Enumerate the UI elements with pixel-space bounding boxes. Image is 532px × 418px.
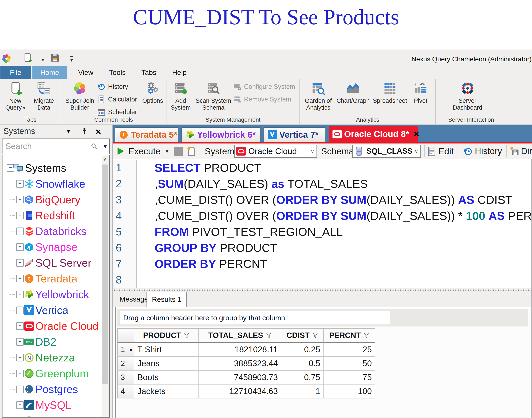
stop-button[interactable] (174, 147, 183, 156)
column-header-product[interactable]: PRODUCT (134, 328, 199, 343)
garden-of-analytics-button[interactable]: Garden of Analytics (301, 79, 335, 111)
cell-product[interactable]: Jeans (134, 357, 199, 371)
tree-item-yellowbrick[interactable]: +Yellowbrick (2, 289, 100, 300)
cell-percnt[interactable]: 75 (323, 371, 375, 384)
expand-plus-icon[interactable]: + (16, 196, 24, 203)
tree-item-label[interactable]: Databricks (35, 226, 87, 237)
tree-item-label[interactable]: Greenplum VM (35, 415, 108, 418)
save-icon[interactable] (50, 52, 60, 63)
tree-item-databricks[interactable]: +Databricks (2, 226, 100, 237)
cell-percnt[interactable]: 100 (323, 384, 375, 398)
row-header[interactable]: 3 (117, 371, 134, 384)
tree-item-label[interactable]: DB2 (35, 336, 56, 348)
tree-item-greenplum-vm[interactable]: +Greenplum VM (2, 415, 100, 418)
scrollbar-thumb[interactable] (102, 164, 108, 384)
chevron-down-icon[interactable]: ▾ (67, 128, 70, 135)
new-page-star-button[interactable] (186, 146, 196, 157)
tree-item-label[interactable]: Postgres (35, 384, 78, 395)
ribbon-tab-tools[interactable]: Tools (101, 66, 133, 79)
super-join-builder-button[interactable]: Super Join Builder (62, 79, 97, 111)
filter-funnel-icon[interactable] (364, 333, 369, 338)
expand-plus-icon[interactable]: + (16, 275, 24, 282)
sql-line-1[interactable]: SELECT PRODUCT (137, 160, 532, 176)
chart-graph-button[interactable]: Chart/Graph (335, 79, 371, 104)
cell-product[interactable]: Jackets (134, 384, 199, 398)
ribbon-tab-tabs[interactable]: Tabs (133, 66, 164, 79)
expand-plus-icon[interactable]: + (16, 228, 24, 235)
tree-item-label[interactable]: SQL Server (35, 257, 91, 268)
row-header[interactable]: 1▸ (117, 343, 134, 357)
tree-item-label[interactable]: MySQL (35, 399, 71, 411)
sql-code[interactable]: SELECT PRODUCT,SUM(DAILY_SALES) as TOTAL… (137, 160, 532, 288)
cell-product[interactable]: Boots (134, 371, 199, 384)
table-row[interactable]: 3Boots7458903.730.7575 (117, 371, 375, 384)
expand-plus-icon[interactable]: + (16, 307, 24, 314)
search-icon[interactable] (91, 143, 98, 150)
sql-line-3[interactable]: ,CUME_DIST() OVER (ORDER BY SUM(DAILY_SA… (137, 192, 532, 208)
close-icon[interactable]: ✕ (413, 130, 420, 139)
configure-system-button[interactable]: Configure System (233, 80, 297, 93)
expand-plus-icon[interactable]: + (16, 401, 24, 409)
horizontal-splitter[interactable] (113, 288, 532, 291)
tree-item-postgres[interactable]: +Postgres (2, 384, 100, 395)
ribbon-tab-home[interactable]: Home (33, 66, 67, 79)
query-tab-oracle-cloud-8[interactable]: Oracle Cloud 8*✕ (329, 126, 418, 142)
new-query-button[interactable]: New Query ▾ (1, 79, 29, 111)
tree-item-oracle-cloud[interactable]: +Oracle Cloud (2, 320, 100, 332)
calculator-button[interactable]: Calculator (97, 93, 139, 106)
cell-total-sales[interactable]: 3885323.44 (199, 357, 281, 371)
tree-item-systems[interactable]: −Systems (2, 163, 100, 174)
tree-item-label[interactable]: Vertica (35, 305, 68, 316)
cell-total-sales[interactable]: 7458903.73 (199, 371, 281, 384)
expand-plus-icon[interactable]: + (16, 243, 24, 251)
pin-icon[interactable] (81, 128, 87, 135)
filter-funnel-icon[interactable] (312, 333, 318, 338)
tree-item-bigquery[interactable]: +BigQuery (2, 194, 100, 205)
scan-system-schema-button[interactable]: Scan System Schema (194, 79, 233, 111)
column-header-percnt[interactable]: PERCNT (323, 328, 375, 343)
sql-line-2[interactable]: ,SUM(DAILY_SALES) as TOTAL_SALES (137, 176, 532, 192)
close-icon[interactable]: ✕ (95, 128, 101, 136)
directory-icon[interactable] (509, 146, 519, 156)
edit-icon[interactable] (427, 146, 436, 156)
tree-item-label[interactable]: Netezza (35, 352, 75, 363)
group-by-band[interactable]: Drag a column header here to group by th… (117, 309, 528, 326)
chevron-down-icon[interactable]: ▾ (166, 143, 168, 159)
cell-product[interactable]: T-Shirt (134, 343, 199, 357)
execute-play-button[interactable] (116, 147, 125, 156)
spreadsheet-button[interactable]: Spreadsheet (371, 79, 409, 104)
history-icon[interactable] (463, 147, 473, 156)
table-row[interactable]: 2Jeans3885323.440.550 (117, 357, 375, 371)
collapse-minus-icon[interactable]: − (7, 164, 14, 172)
expand-plus-icon[interactable]: + (16, 259, 24, 267)
sql-line-6[interactable]: GROUP BY PRODUCT (137, 240, 532, 256)
tree-item-snowflake[interactable]: +Snowflake (2, 178, 100, 189)
tree-item-greenplum[interactable]: +Greenplum (2, 368, 100, 379)
tree-item-label[interactable]: Redshift (35, 210, 75, 221)
tree-item-label[interactable]: Greenplum (35, 368, 89, 379)
row-header[interactable]: 4 (117, 384, 134, 398)
chevron-down-icon[interactable]: ▾ (103, 142, 107, 150)
tree-item-label[interactable]: Synapse (35, 242, 77, 253)
table-row[interactable]: 4Jackets12710434.631100 (117, 384, 375, 398)
remove-system-button[interactable]: Remove System (233, 93, 297, 106)
collapse-ribbon-icon[interactable]: ▾ (70, 56, 73, 63)
tree-item-label[interactable]: Yellowbrick (35, 289, 89, 300)
pivot-button[interactable]: ΣPivot (409, 79, 432, 104)
tree-item-mysql[interactable]: +MySQL (2, 399, 100, 411)
cell-percnt[interactable]: 25 (323, 343, 375, 357)
row-header[interactable]: 2 (117, 357, 134, 371)
cell-cdist[interactable]: 1 (281, 384, 323, 398)
directory-button[interactable]: Direct (521, 143, 532, 159)
sql-line-5[interactable]: FROM PIVOT_TEST_REGION_ALL (137, 224, 532, 240)
sql-line-7[interactable]: ORDER BY PERCNT (137, 256, 532, 272)
cell-percnt[interactable]: 50 (323, 357, 375, 371)
query-tab-yellowbrick-6[interactable]: Yellowbrick 6* (181, 127, 261, 142)
expand-plus-icon[interactable]: + (16, 354, 24, 361)
tree-item-db2[interactable]: +Db2DB2 (2, 336, 100, 348)
tree-item-sql-server[interactable]: +SQL Server (2, 257, 100, 268)
add-system-button[interactable]: Add System (168, 79, 194, 111)
options-button[interactable]: Options (139, 79, 166, 104)
tree-item-label[interactable]: Teradata (35, 273, 77, 284)
execute-button[interactable]: Execute (128, 143, 160, 159)
